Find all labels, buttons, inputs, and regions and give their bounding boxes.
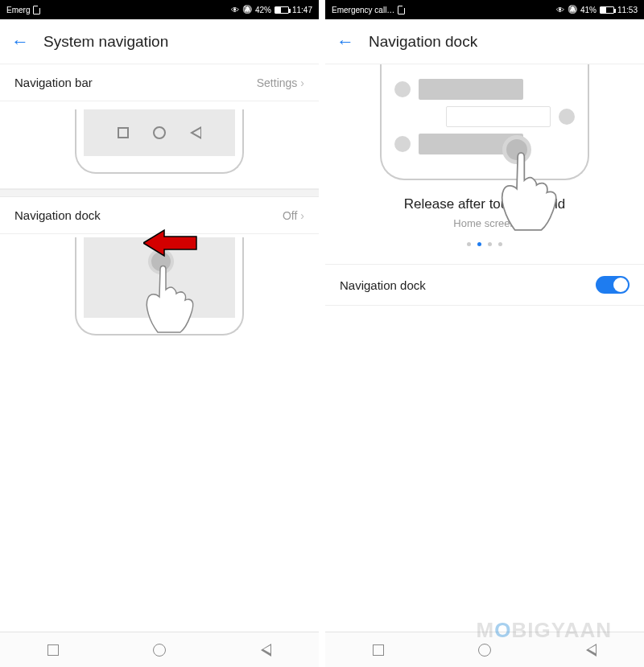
page-header: ← System navigation bbox=[0, 19, 319, 64]
dot bbox=[467, 242, 471, 246]
dot bbox=[498, 242, 502, 246]
watermark: MOBIGYAAN bbox=[477, 618, 612, 643]
chevron-right-icon: › bbox=[300, 76, 304, 89]
row-label: Navigation bar bbox=[14, 76, 93, 89]
row-navigation-bar[interactable]: Navigation bar Settings › bbox=[0, 64, 319, 101]
carrier-label: Emergency call… bbox=[332, 6, 394, 14]
back-icon[interactable]: ← bbox=[11, 33, 29, 51]
carrier-label: Emerg bbox=[6, 6, 30, 14]
tut-bar-icon bbox=[419, 79, 523, 100]
tut-dot-icon bbox=[394, 81, 411, 97]
hand-icon bbox=[140, 245, 237, 342]
page-title: System navigation bbox=[43, 33, 168, 51]
dot bbox=[488, 242, 492, 246]
recent-icon bbox=[118, 127, 129, 138]
svg-marker-0 bbox=[143, 230, 196, 256]
clock: 11:47 bbox=[292, 6, 312, 14]
back-icon[interactable]: ← bbox=[336, 33, 354, 51]
battery-icon bbox=[275, 6, 289, 14]
battery-icon bbox=[600, 6, 614, 14]
row-value: Settings bbox=[257, 76, 298, 89]
mute-icon bbox=[242, 5, 252, 14]
home-button[interactable] bbox=[478, 644, 491, 657]
tutorial-illustration: Release after touch & hold Home screen bbox=[325, 64, 644, 264]
chevron-right-icon: › bbox=[300, 209, 304, 222]
left-screenshot: Emerg 42% 11:47 ← System navigation Navi… bbox=[0, 0, 319, 667]
page-header: ← Navigation dock bbox=[325, 19, 644, 64]
sim-icon bbox=[398, 6, 405, 14]
tut-dot-icon bbox=[394, 136, 411, 152]
battery-percent: 42% bbox=[255, 6, 271, 14]
system-nav-bar bbox=[0, 632, 319, 667]
toggle-switch[interactable] bbox=[596, 276, 630, 294]
tut-dot-icon bbox=[559, 109, 575, 125]
section-divider bbox=[0, 189, 319, 197]
eye-comfort-icon bbox=[556, 6, 564, 14]
row-label: Navigation dock bbox=[340, 278, 426, 292]
recent-button[interactable] bbox=[47, 644, 59, 656]
back-button[interactable] bbox=[261, 644, 271, 657]
hand-icon bbox=[494, 129, 607, 241]
page-indicator[interactable] bbox=[467, 242, 502, 246]
status-bar: Emerg 42% 11:47 bbox=[0, 0, 319, 19]
back-key-icon bbox=[190, 126, 201, 139]
mute-icon bbox=[568, 5, 577, 14]
nav-bar-preview bbox=[0, 101, 319, 189]
back-button[interactable] bbox=[586, 644, 597, 657]
page-title: Navigation dock bbox=[369, 33, 477, 51]
battery-percent: 41% bbox=[580, 6, 597, 14]
red-arrow-annotation bbox=[143, 227, 200, 259]
row-value: Off bbox=[283, 209, 297, 222]
row-navigation-dock-toggle[interactable]: Navigation dock bbox=[325, 265, 644, 306]
recent-button[interactable] bbox=[373, 644, 384, 656]
row-label: Navigation dock bbox=[14, 208, 101, 222]
right-screenshot: Emergency call… 41% 11:53 ← Navigation d… bbox=[325, 0, 644, 667]
eye-comfort-icon bbox=[231, 6, 239, 14]
home-icon bbox=[153, 126, 166, 139]
dot-active bbox=[477, 242, 481, 246]
sim-icon bbox=[33, 6, 40, 14]
status-bar: Emergency call… 41% 11:53 bbox=[325, 0, 644, 19]
clock: 11:53 bbox=[617, 6, 638, 14]
tut-bar-icon bbox=[446, 106, 551, 127]
home-button[interactable] bbox=[153, 644, 166, 657]
